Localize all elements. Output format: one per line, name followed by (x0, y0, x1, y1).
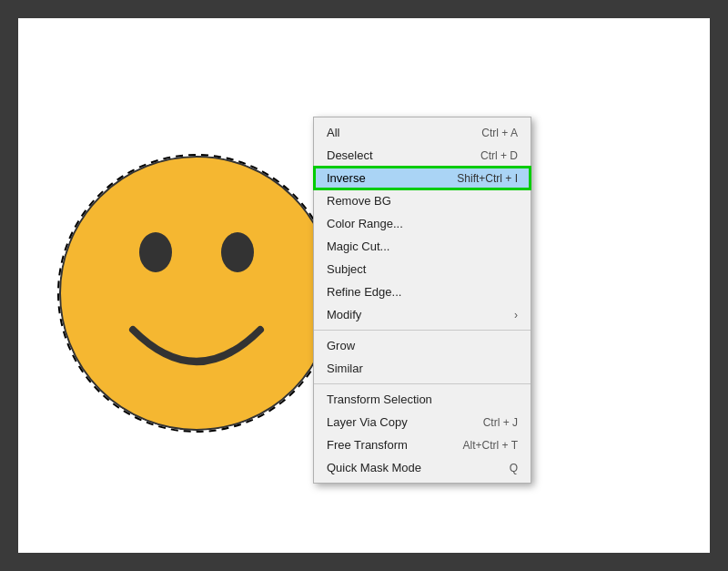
menu-item-magic-cut[interactable]: Magic Cut... (314, 235, 531, 258)
svg-point-2 (221, 232, 254, 272)
menu-item-refine-edge[interactable]: Refine Edge... (314, 280, 531, 303)
menu-item-grow[interactable]: Grow (314, 334, 531, 357)
menu-item-deselect-label: Deselect (327, 148, 373, 162)
menu-item-free-transform-label: Free Transform (327, 438, 408, 452)
menu-item-layer-via-copy[interactable]: Layer Via Copy Ctrl + J (314, 411, 531, 433)
menu-item-subject-label: Subject (327, 262, 366, 276)
menu-item-all[interactable]: All Ctrl + A (314, 121, 531, 144)
context-menu: All Ctrl + A Deselect Ctrl + D Inverse S… (313, 117, 531, 484)
menu-item-magic-cut-label: Magic Cut... (327, 240, 389, 253)
menu-item-remove-bg[interactable]: Remove BG (314, 189, 531, 212)
menu-separator-1 (314, 330, 531, 331)
menu-item-inverse[interactable]: Inverse Shift+Ctrl + I (314, 167, 531, 189)
menu-item-grow-label: Grow (327, 339, 355, 352)
menu-item-layer-via-copy-shortcut: Ctrl + J (483, 416, 518, 429)
menu-separator-2 (314, 383, 531, 384)
menu-item-quick-mask-mode[interactable]: Quick Mask Mode Q (314, 456, 531, 479)
svg-point-0 (60, 157, 333, 430)
menu-item-transform-selection-label: Transform Selection (327, 393, 432, 406)
smiley-image (51, 111, 342, 461)
menu-item-deselect[interactable]: Deselect Ctrl + D (314, 144, 531, 167)
menu-item-modify-label: Modify (327, 308, 361, 321)
menu-item-inverse-label: Inverse (327, 171, 366, 185)
menu-item-all-label: All (327, 126, 339, 139)
menu-item-free-transform-shortcut: Alt+Ctrl + T (463, 439, 518, 452)
menu-item-color-range[interactable]: Color Range... (314, 212, 531, 235)
menu-item-quick-mask-mode-label: Quick Mask Mode (327, 461, 421, 474)
menu-item-refine-edge-label: Refine Edge... (327, 285, 401, 299)
menu-item-similar-label: Similar (327, 362, 363, 375)
menu-item-modify[interactable]: Modify › (314, 303, 531, 326)
menu-item-deselect-shortcut: Ctrl + D (480, 149, 518, 162)
menu-item-transform-selection[interactable]: Transform Selection (314, 388, 531, 411)
menu-item-modify-arrow: › (514, 309, 518, 321)
menu-item-remove-bg-label: Remove BG (327, 194, 391, 208)
menu-item-quick-mask-mode-shortcut: Q (510, 462, 518, 474)
menu-item-all-shortcut: Ctrl + A (481, 127, 518, 139)
menu-item-similar[interactable]: Similar (314, 357, 531, 380)
menu-item-color-range-label: Color Range... (327, 217, 403, 230)
menu-item-free-transform[interactable]: Free Transform Alt+Ctrl + T (314, 433, 531, 456)
menu-item-inverse-shortcut: Shift+Ctrl + I (457, 172, 518, 185)
menu-item-layer-via-copy-label: Layer Via Copy (327, 415, 408, 429)
svg-point-1 (139, 232, 172, 272)
menu-item-subject[interactable]: Subject (314, 258, 531, 280)
